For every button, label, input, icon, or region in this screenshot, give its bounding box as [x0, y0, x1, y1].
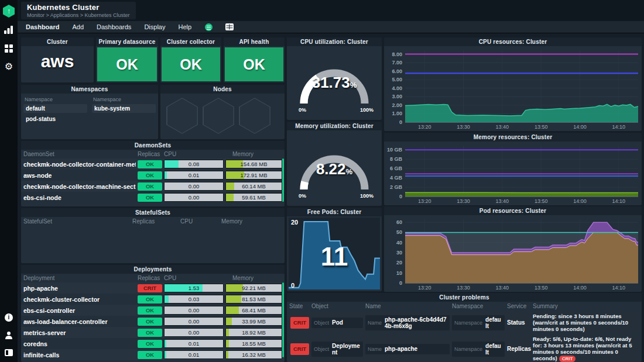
service-link[interactable]: Replicas	[507, 346, 530, 352]
state-badge[interactable]: CRIT	[290, 317, 309, 329]
api-health-state[interactable]: OK	[225, 47, 283, 81]
menu-dashboards[interactable]: Dashboards	[97, 23, 131, 30]
svg-text:6.00: 6.00	[392, 68, 402, 74]
svg-text:13:30: 13:30	[457, 124, 470, 130]
workload-name[interactable]: checkmk-node-collector-machine-sections	[23, 183, 136, 190]
workload-name[interactable]: aws-node	[23, 172, 136, 179]
menu-help[interactable]: Help	[178, 23, 191, 30]
deployment-row: ebs-csi-controllerOK0.0068.41 MB	[21, 305, 285, 316]
replicas-state-badge[interactable]: OK	[138, 160, 162, 168]
replicas-state-badge[interactable]: OK	[138, 318, 162, 326]
panel-deployments: Deployments DeploymentReplicas CPUMemory…	[21, 265, 285, 362]
panel-title: Cluster problems	[287, 293, 642, 302]
cluster-name-value[interactable]: aws	[21, 51, 94, 71]
node-hexagon-inner	[240, 99, 270, 133]
replicas-state-badge[interactable]: CRIT	[138, 284, 162, 292]
panel-title: Namespaces	[21, 85, 158, 94]
state-badge[interactable]: CRIT	[290, 343, 309, 355]
deployment-row: php-apacheCRIT1.5392.21 MB	[21, 282, 285, 294]
namespace-item[interactable]: kube-system	[92, 104, 156, 113]
cpu-bar-value: 1.53	[165, 284, 223, 292]
panel-title: Memory resources: Cluster	[384, 133, 642, 142]
mem-bar-value: 18.92 MB	[226, 329, 282, 336]
sidebar-toggle-icon[interactable]	[0, 345, 18, 360]
setup-gear-icon[interactable]: ⚙	[0, 58, 18, 74]
workload-name[interactable]: checkmk-cluster-collector	[23, 296, 136, 303]
svg-text:50: 50	[396, 229, 402, 235]
free-pods-value: 11	[289, 242, 380, 271]
mem-bar: 33.99 MB	[225, 317, 282, 326]
cpu-bar: 0.00	[164, 317, 224, 326]
mem-bar: 172.91 MB	[225, 171, 282, 180]
workload-name[interactable]: checkmk-node-collector-container-metrics	[23, 161, 136, 168]
problem-row: CRITObjectDeploymentNamephp-apacheNamesp…	[289, 335, 639, 362]
replicas-state-badge[interactable]: OK	[138, 351, 162, 359]
namespace-value[interactable]: default	[485, 343, 502, 356]
object-value[interactable]: Deployment	[332, 343, 361, 356]
primary-datasource-state[interactable]: OK	[97, 47, 157, 81]
menu-add[interactable]: Add	[72, 23, 84, 30]
workload-name[interactable]: infinite-calls	[23, 351, 136, 358]
menu-display[interactable]: Display	[144, 23, 165, 30]
name-value[interactable]: php-apache-6cb4d4d74b-m6x8g	[385, 316, 447, 329]
workload-name[interactable]: aws-load-balancer-controller	[23, 318, 136, 325]
workload-name[interactable]: ebs-csi-node	[23, 194, 136, 201]
scrollbar[interactable]	[282, 282, 284, 357]
monitor-icon[interactable]	[0, 22, 18, 37]
namespace-value[interactable]: default	[485, 316, 502, 329]
replicas-state-badge[interactable]: OK	[138, 295, 162, 304]
svg-text:2 GB: 2 GB	[390, 184, 403, 190]
customize-icon[interactable]	[0, 41, 18, 56]
service-link[interactable]: Status	[507, 319, 530, 326]
info-icon[interactable]: i	[0, 310, 18, 325]
object-value[interactable]: Pod	[332, 319, 343, 326]
svg-text:60: 60	[396, 219, 402, 225]
workload-name[interactable]: php-apache	[23, 285, 136, 292]
scrollbar[interactable]	[282, 158, 284, 202]
user-icon[interactable]	[0, 327, 18, 343]
namespace-item[interactable]: pod-status	[23, 115, 87, 123]
panel-title: Cluster collector	[160, 37, 221, 46]
cpu-bar-value: 0.00	[165, 194, 223, 201]
panel-namespaces: Namespaces Namespacedefaultpod-statusNam…	[21, 85, 158, 139]
mem-bar-value: 16.32 MB	[226, 351, 282, 358]
panel-statefulsets: StatefulSets StatefulSetReplicas CPUMemo…	[21, 208, 285, 263]
inline-crit-badge: CRIT	[559, 356, 576, 362]
svg-text:0: 0	[399, 280, 402, 286]
cluster-collector-state[interactable]: OK	[162, 47, 220, 81]
workload-name[interactable]: metrics-server	[23, 329, 136, 336]
replicas-state-badge[interactable]: OK	[138, 194, 162, 202]
name-label: Name	[368, 320, 382, 326]
menu-dashboard[interactable]: Dashboard	[26, 23, 59, 30]
cpu-bar-value: 0.00	[165, 318, 223, 325]
mem-bar-value: 18.55 MB	[226, 340, 282, 347]
checkmk-logo-icon[interactable]: ↑	[0, 4, 18, 19]
name-value[interactable]: php-apache	[385, 346, 417, 352]
workload-name[interactable]: coredns	[23, 340, 136, 347]
namespace-label: Namespace	[454, 346, 482, 352]
replicas-state-badge[interactable]: OK	[138, 182, 162, 191]
object-label: Object	[314, 346, 329, 352]
panel-title: Cluster	[21, 37, 94, 46]
namespace-item[interactable]: default	[23, 104, 87, 113]
svg-text:13:20: 13:20	[418, 124, 431, 130]
workload-name[interactable]: ebs-csi-controller	[23, 307, 136, 314]
mem-bar: 81.53 MB	[225, 295, 282, 304]
title-block: Kubernetes Cluster Monitor > Application…	[21, 2, 136, 19]
svg-text:4.00: 4.00	[392, 85, 402, 91]
mem-bar-value: 59.61 MB	[226, 194, 282, 201]
replicas-state-badge[interactable]: OK	[138, 171, 162, 180]
node-hexagon[interactable]	[166, 98, 198, 134]
replicas-state-badge[interactable]: OK	[138, 306, 162, 315]
views-icon[interactable]	[225, 23, 234, 31]
replicas-state-badge[interactable]: OK	[138, 340, 162, 348]
mem-bar-value: 154.68 MB	[226, 160, 282, 168]
filter-icon[interactable]	[204, 23, 213, 31]
svg-text:0: 0	[399, 194, 402, 199]
node-hexagon[interactable]	[239, 98, 270, 134]
svg-text:13:20: 13:20	[418, 198, 431, 204]
node-hexagon[interactable]	[203, 98, 234, 134]
replicas-state-badge[interactable]: OK	[138, 329, 162, 337]
panel-title: CPU resources: Cluster	[384, 37, 642, 46]
panel-primary-datasource: Primary datasource OK	[96, 37, 158, 82]
